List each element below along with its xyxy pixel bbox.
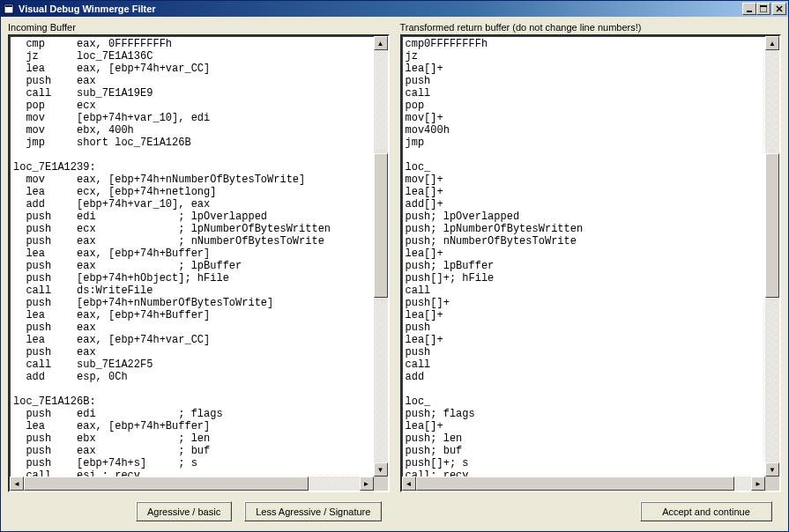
maximize-button[interactable] (756, 3, 770, 15)
close-button[interactable] (772, 3, 786, 15)
scroll-right-icon[interactable]: ► (751, 477, 765, 491)
client-area: Incoming Buffer cmp eax, 0FFFFFFFFh jz l… (1, 17, 788, 531)
left-horizontal-scrollbar[interactable]: ◄ ► (10, 477, 374, 491)
scroll-corner (374, 477, 388, 491)
scroll-up-icon[interactable]: ▲ (374, 36, 388, 50)
incoming-buffer-content[interactable]: cmp eax, 0FFFFFFFFh jz loc_7E1A136C lea … (10, 36, 374, 477)
right-vertical-scrollbar[interactable]: ▲ ▼ (765, 36, 779, 477)
svg-rect-1 (5, 5, 12, 7)
button-row: Agressive / basic Less Agressive / Signa… (8, 501, 781, 524)
incoming-buffer-textbox[interactable]: cmp eax, 0FFFFFFFFh jz loc_7E1A136C lea … (8, 34, 390, 492)
scroll-down-icon[interactable]: ▼ (765, 462, 779, 477)
scroll-track-h[interactable] (416, 477, 752, 491)
scroll-right-icon[interactable]: ► (360, 477, 374, 491)
right-panel-label: Transformed return buffer (do not change… (400, 22, 782, 33)
scroll-thumb[interactable] (374, 153, 388, 298)
left-panel-label: Incoming Buffer (8, 22, 390, 33)
right-horizontal-scrollbar[interactable]: ◄ ► (402, 477, 766, 491)
transformed-buffer-textbox[interactable]: cmp0FFFFFFFFh jz lea[]+ push call pop mo… (400, 34, 782, 492)
svg-rect-2 (747, 11, 752, 12)
scroll-corner (765, 477, 779, 491)
window-controls (742, 3, 786, 15)
scroll-left-icon[interactable]: ◄ (10, 477, 24, 491)
scroll-left-icon[interactable]: ◄ (402, 477, 416, 491)
right-panel: Transformed return buffer (do not change… (400, 22, 782, 492)
window: Visual Debug Winmerge Filter Incoming Bu… (0, 0, 789, 532)
window-title: Visual Debug Winmerge Filter (19, 4, 742, 14)
scroll-down-icon[interactable]: ▼ (374, 462, 388, 477)
accept-and-continue-button[interactable]: Accept and continue (640, 501, 772, 521)
app-icon (3, 3, 15, 15)
left-panel: Incoming Buffer cmp eax, 0FFFFFFFFh jz l… (8, 22, 390, 492)
right-button-group: Accept and continue (640, 501, 772, 524)
svg-rect-4 (760, 5, 767, 7)
scroll-up-icon[interactable]: ▲ (765, 36, 779, 50)
left-button-group: Agressive / basic Less Agressive / Signa… (136, 501, 382, 524)
scroll-track-h[interactable] (24, 477, 360, 491)
scroll-thumb-h[interactable] (416, 477, 734, 491)
less-aggressive-signature-button[interactable]: Less Agressive / Signature (244, 501, 382, 521)
scroll-thumb-h[interactable] (24, 477, 309, 491)
scroll-track[interactable] (374, 50, 388, 462)
minimize-button[interactable] (742, 3, 756, 15)
scroll-thumb[interactable] (765, 153, 779, 298)
titlebar[interactable]: Visual Debug Winmerge Filter (1, 1, 788, 17)
scroll-track[interactable] (765, 50, 779, 462)
aggressive-basic-button[interactable]: Agressive / basic (136, 501, 232, 521)
left-vertical-scrollbar[interactable]: ▲ ▼ (374, 36, 388, 477)
transformed-buffer-content[interactable]: cmp0FFFFFFFFh jz lea[]+ push call pop mo… (402, 36, 766, 477)
panels: Incoming Buffer cmp eax, 0FFFFFFFFh jz l… (8, 22, 781, 492)
